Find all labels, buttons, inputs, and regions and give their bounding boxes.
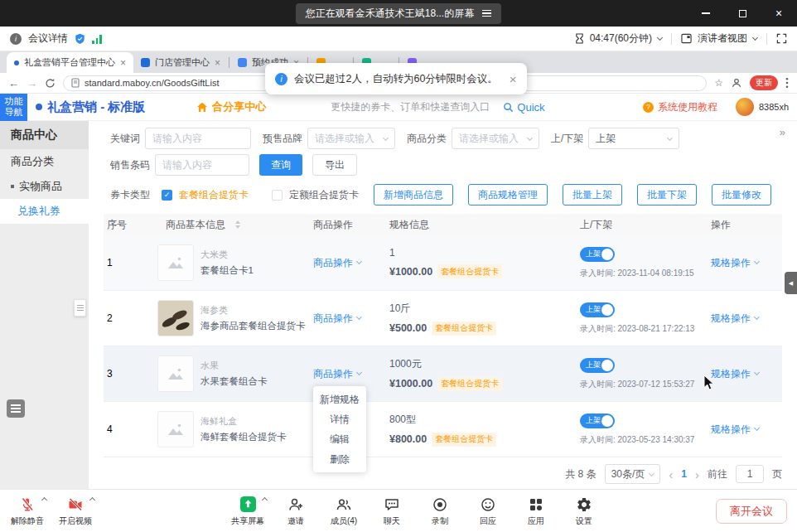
avatar (736, 98, 754, 116)
collapse-panel-icon[interactable]: » (780, 126, 785, 138)
product-action-link[interactable]: 商品操作 (313, 256, 361, 270)
video-options-caret[interactable] (89, 497, 95, 503)
menu-item-add-spec[interactable]: 新增规格 (313, 389, 366, 409)
sort-icon[interactable] (235, 220, 240, 229)
menu-item-delete[interactable]: 删除 (313, 449, 366, 469)
sidebar-item-gift-voucher[interactable]: 兑换礼券 (0, 199, 89, 224)
export-button[interactable]: 导出 (312, 154, 357, 176)
add-product-button[interactable]: 新增商品信息 (374, 184, 453, 206)
settings-button[interactable]: 设置 (560, 490, 608, 532)
tutorial-link[interactable]: ? 系统使用教程 (643, 100, 717, 114)
table-row: 4 海鲜礼盒海鲜套餐组合提货卡 商品操作 800型¥800.00套餐组合提货卡 … (104, 402, 782, 457)
chevron-down-icon[interactable] (752, 34, 758, 40)
keyword-input[interactable] (145, 128, 251, 149)
forward-icon[interactable]: → (27, 77, 37, 89)
maximize-button[interactable] (724, 0, 761, 27)
minimize-button[interactable] (688, 0, 724, 27)
share-screen-button[interactable]: 共享屏幕 (224, 490, 272, 532)
checkbox-unchecked[interactable] (272, 190, 283, 201)
meeting-details-label[interactable]: 会议详情 (28, 31, 68, 46)
product-image (157, 355, 194, 392)
user-menu[interactable]: 8385xh (736, 98, 789, 116)
unmute-button[interactable]: 解除静音 (3, 490, 51, 532)
close-button[interactable]: × (761, 0, 797, 27)
fullscreen-icon[interactable] (776, 33, 787, 44)
category-label: 商品分类 (407, 132, 447, 146)
tab-close-icon[interactable]: × (120, 58, 126, 68)
content-panel: » 关键词 预售品牌 请选择或输入 商品分类 请选择或输入 上/下架 上架 销售… (89, 121, 797, 489)
apps-grid-icon (528, 496, 544, 513)
update-badge[interactable]: 更新 (750, 75, 778, 90)
checkbox-label-package[interactable]: 套餐组合提货卡 (179, 188, 249, 202)
profile-icon[interactable] (731, 77, 742, 89)
record-button[interactable]: 录制 (416, 490, 464, 532)
checkbox-checked[interactable]: ✓ (162, 190, 172, 201)
floating-list-button[interactable] (7, 399, 25, 418)
shelf-toggle[interactable]: 上架 (580, 302, 615, 317)
members-button[interactable]: 成员(4) (320, 490, 368, 532)
shelf-toggle[interactable]: 上架 (580, 414, 615, 428)
view-mode-label[interactable]: 演讲者视图 (698, 31, 747, 46)
menu-item-details[interactable]: 详情 (313, 409, 366, 429)
spec-action-link[interactable]: 规格操作 (711, 256, 759, 270)
batch-onshelf-button[interactable]: 批量上架 (563, 184, 622, 206)
card-type-badge: 套餐组合提货卡 (432, 433, 496, 447)
back-icon[interactable]: ← (8, 77, 19, 89)
browser-tab-active[interactable]: 礼盒营销平台管理中心 × (7, 52, 133, 73)
prev-page-icon[interactable]: ‹ (669, 467, 673, 481)
menu-icon[interactable] (482, 10, 491, 17)
meeting-info-bar: i 会议详情 04:47(60分钟) 演讲者视图 (0, 27, 797, 51)
shelf-toggle[interactable]: 上架 (580, 358, 615, 373)
timer-icon (575, 33, 584, 44)
spec-action-link[interactable]: 规格操作 (711, 367, 759, 381)
tab-favicon (14, 60, 19, 65)
shelf-toggle[interactable]: 上架 (580, 247, 615, 262)
quick-search-link[interactable]: Quick (503, 101, 544, 114)
refresh-icon[interactable] (45, 78, 56, 89)
menu-item-edit[interactable]: 编辑 (313, 429, 366, 449)
entry-time: 录入时间: 2023-07-12 15:53:27 (580, 379, 704, 390)
current-page[interactable]: 1 (681, 468, 687, 480)
sidebar-section-title: 商品中心 (0, 121, 89, 149)
goto-page-input[interactable] (736, 465, 764, 483)
category-select[interactable]: 请选择或输入 (452, 128, 539, 149)
search-button[interactable]: 查询 (259, 154, 302, 176)
star-icon[interactable]: ☆ (714, 77, 723, 89)
share-options-caret[interactable] (262, 497, 268, 503)
function-nav-button[interactable]: 功能 导航 (0, 94, 27, 121)
product-action-link[interactable]: 商品操作 (313, 312, 361, 326)
page-icon[interactable] (71, 78, 80, 88)
chat-button[interactable]: 聊天 (368, 490, 416, 532)
header-spec: 规格信息 (381, 218, 572, 232)
panel-collapse-handle[interactable]: ◀ (785, 272, 797, 294)
share-center-link[interactable]: 合分享中心 (196, 99, 266, 114)
page-size-select[interactable]: 30条/页 (605, 464, 661, 484)
invite-button[interactable]: 邀请 (272, 490, 320, 532)
keyword-label: 关键词 (110, 132, 140, 146)
spec-action-link[interactable]: 规格操作 (711, 312, 759, 326)
next-page-icon[interactable]: › (695, 467, 699, 481)
mute-options-caret[interactable] (41, 497, 47, 503)
security-shield-icon[interactable] (75, 33, 85, 45)
close-icon[interactable]: × (510, 72, 517, 86)
product-action-link-open[interactable]: 商品操作 (313, 367, 361, 381)
apps-button[interactable]: 应用 (512, 490, 560, 532)
leave-meeting-button[interactable]: 离开会议 (716, 499, 787, 524)
chevron-down-icon[interactable] (657, 34, 663, 40)
start-video-button[interactable]: 开启视频 (51, 490, 99, 532)
checkbox-label-fixed[interactable]: 定额组合提货卡 (289, 188, 359, 202)
spec-manage-button[interactable]: 商品规格管理 (468, 184, 548, 206)
drag-handle[interactable] (74, 299, 86, 317)
barcode-input[interactable] (155, 154, 249, 176)
more-menu-icon[interactable] (785, 77, 789, 89)
batch-edit-button[interactable]: 批量修改 (712, 184, 771, 206)
spec-action-link[interactable]: 规格操作 (711, 423, 759, 437)
brand-select[interactable]: 请选择或输入 (307, 128, 395, 149)
react-button[interactable]: 回应 (464, 490, 512, 532)
batch-offshelf-button[interactable]: 批量下架 (637, 184, 697, 206)
browser-tab[interactable]: 门店管理中心 × (133, 52, 228, 73)
sidebar-item-physical-goods[interactable]: 实物商品 (0, 174, 89, 199)
sidebar-item-categories[interactable]: 商品分类 (0, 149, 89, 174)
shelf-select[interactable]: 上架 (588, 128, 679, 149)
tab-close-icon[interactable]: × (215, 58, 220, 68)
